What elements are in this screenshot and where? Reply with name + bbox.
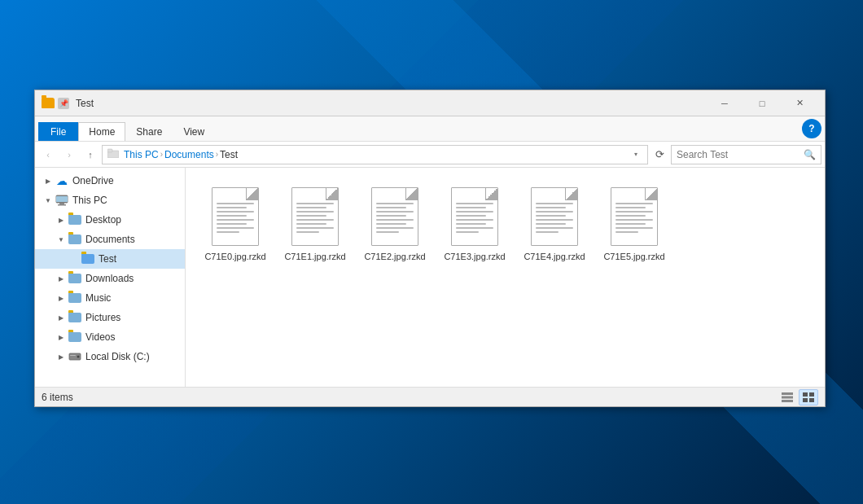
expand-downloads (55, 272, 68, 285)
sidebar-label-music: Music (85, 292, 111, 304)
svg-rect-4 (59, 203, 64, 204)
window-folder-icon (42, 98, 55, 108)
doc-icon (451, 187, 498, 246)
sidebar-label-localdisk: Local Disk (C:) (85, 351, 150, 362)
breadcrumb-documents[interactable]: Documents (164, 149, 214, 160)
svg-point-7 (77, 356, 80, 358)
sidebar: ☁ OneDrive This PC Desktop (35, 168, 186, 387)
forward-button[interactable]: › (59, 145, 79, 164)
sidebar-item-thispc[interactable]: This PC (35, 191, 185, 210)
doc-icon (291, 187, 339, 246)
sidebar-label-downloads: Downloads (85, 273, 134, 284)
file-icon-container (366, 184, 423, 249)
doc-icon (371, 187, 418, 246)
sidebar-item-downloads[interactable]: Downloads (35, 269, 185, 288)
svg-rect-3 (56, 196, 68, 202)
sidebar-item-pictures[interactable]: Pictures (35, 308, 185, 327)
svg-rect-14 (803, 398, 808, 402)
grid-view-button[interactable] (799, 389, 818, 405)
list-view-button[interactable] (778, 389, 797, 405)
doc-icon (611, 187, 658, 246)
sidebar-item-videos[interactable]: Videos (35, 327, 185, 347)
sidebar-item-onedrive[interactable]: ☁ OneDrive (35, 171, 185, 191)
breadcrumb-thispc[interactable]: This PC (124, 149, 159, 160)
file-item[interactable]: C71E4.jpg.rzkd (518, 181, 591, 265)
file-icon-container (287, 184, 344, 249)
search-input[interactable] (677, 149, 804, 160)
file-item[interactable]: C71E0.jpg.rzkd (199, 181, 272, 265)
breadcrumb-folder-icon (107, 148, 119, 160)
file-name: C71E2.jpg.rzkd (364, 251, 425, 262)
sidebar-label-onedrive: OneDrive (72, 175, 114, 186)
file-item[interactable]: C71E1.jpg.rzkd (278, 181, 352, 265)
maximize-button[interactable]: □ (743, 90, 781, 116)
close-button[interactable]: ✕ (781, 90, 818, 116)
tab-home[interactable]: Home (78, 122, 125, 141)
videos-icon (68, 330, 82, 344)
expand-desktop (55, 213, 68, 226)
item-count: 6 items (42, 392, 778, 403)
svg-rect-11 (782, 400, 793, 402)
sidebar-label-desktop: Desktop (85, 214, 121, 226)
expand-pictures (55, 311, 68, 324)
sidebar-item-desktop[interactable]: Desktop (35, 210, 185, 230)
file-icon-container (446, 184, 503, 249)
up-button[interactable]: ↑ (81, 145, 100, 164)
svg-rect-15 (809, 398, 814, 402)
ribbon-tabs: File Home Share View ? (35, 116, 825, 141)
window-title: Test (76, 98, 706, 109)
pictures-icon (68, 310, 82, 325)
svg-rect-10 (782, 396, 793, 398)
sidebar-label-thispc: This PC (72, 195, 107, 206)
file-name: C71E1.jpg.rzkd (284, 251, 345, 262)
onedrive-icon: ☁ (55, 173, 69, 188)
main-area: ☁ OneDrive This PC Desktop (35, 168, 825, 387)
expand-documents (55, 233, 68, 246)
file-icon-container (606, 184, 663, 249)
breadcrumb-sep1: › (160, 150, 163, 159)
file-name: C71E0.jpg.rzkd (204, 251, 265, 262)
pin-icon: 📌 (58, 98, 69, 109)
drive-icon (68, 349, 82, 364)
address-bar: ‹ › ↑ This PC › Documents › Test ▾ ⟳ 🔍 (35, 142, 825, 168)
tab-view[interactable]: View (173, 122, 215, 141)
view-buttons (778, 389, 818, 405)
back-button[interactable]: ‹ (38, 145, 58, 164)
svg-rect-1 (107, 149, 112, 152)
doc-icon (212, 187, 259, 246)
refresh-button[interactable]: ⟳ (650, 145, 669, 164)
svg-rect-9 (782, 392, 793, 395)
title-bar-icons: 📌 (42, 98, 69, 109)
tab-file[interactable]: File (38, 122, 78, 141)
window-controls: ─ □ ✕ (706, 90, 818, 116)
tab-share[interactable]: Share (125, 122, 173, 141)
status-bar: 6 items (35, 387, 825, 406)
sidebar-label-videos: Videos (85, 331, 115, 343)
breadcrumb-current: Test (220, 149, 238, 160)
expand-thispc (42, 194, 55, 207)
minimize-button[interactable]: ─ (706, 90, 743, 116)
breadcrumb-dropdown[interactable]: ▾ (629, 148, 642, 161)
sidebar-item-test[interactable]: Test (35, 249, 185, 269)
expand-videos (55, 331, 68, 344)
breadcrumb-sep2: › (216, 150, 218, 159)
file-icon-container (526, 184, 583, 249)
sidebar-label-pictures: Pictures (85, 312, 120, 323)
file-item[interactable]: C71E5.jpg.rzkd (598, 181, 671, 265)
title-bar: 📌 Test ─ □ ✕ (35, 90, 825, 116)
file-area: C71E0.jpg.rzkdC71E1.jpg.rzkdC71E2.jpg.rz… (186, 168, 825, 387)
search-box: 🔍 (671, 145, 821, 164)
file-item[interactable]: C71E2.jpg.rzkd (358, 181, 432, 265)
sidebar-item-documents[interactable]: Documents (35, 230, 185, 249)
file-name: C71E5.jpg.rzkd (603, 251, 664, 262)
svg-rect-8 (70, 355, 76, 356)
search-icon[interactable]: 🔍 (804, 149, 816, 160)
help-button[interactable]: ? (802, 119, 821, 138)
downloads-icon (68, 271, 82, 286)
expand-music (55, 291, 68, 305)
music-icon (68, 291, 82, 305)
sidebar-label-documents: Documents (85, 234, 135, 245)
sidebar-item-localdisk[interactable]: Local Disk (C:) (35, 347, 185, 366)
file-item[interactable]: C71E3.jpg.rzkd (438, 181, 511, 265)
sidebar-item-music[interactable]: Music (35, 288, 185, 308)
